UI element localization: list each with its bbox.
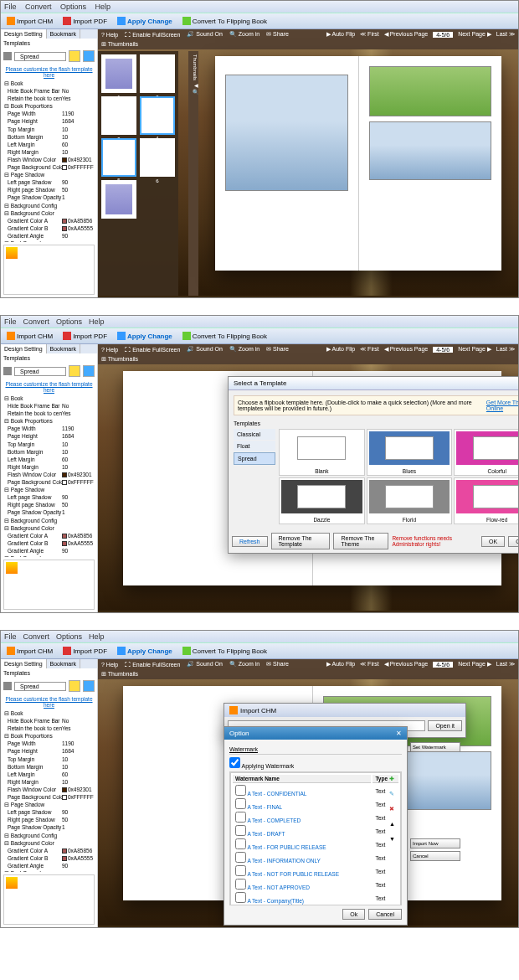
cat-float[interactable]: Float — [234, 441, 275, 451]
down-icon[interactable]: ▼ — [389, 836, 399, 846]
open-file-button[interactable]: Open it — [428, 720, 462, 731]
option-title: Option — [229, 730, 249, 737]
template-cell-dazzle[interactable]: Dazzle — [279, 477, 365, 524]
import-now-button[interactable]: Import Now — [410, 838, 460, 848]
import-pdf-button[interactable]: Import PDF — [60, 16, 110, 26]
watermark-dialog: Option✕ Watermark Applying Watermark Wat… — [224, 726, 408, 926]
last-button[interactable]: Last ≫ — [496, 31, 515, 38]
menu-help[interactable]: Help — [95, 3, 111, 11]
edit-icon[interactable]: ✎ — [389, 791, 399, 801]
thumbnails-panel — [98, 51, 178, 296]
template-categories: Classical Float Spread — [234, 429, 275, 524]
template-dialog: Select a Template Choose a flipbook temp… — [228, 376, 518, 554]
thumb-4[interactable] — [140, 96, 175, 135]
watermark-table[interactable]: Watermark NameType A Text - CONFIDENTIAL… — [230, 772, 401, 905]
screenshot-3: FileConvertOptionsHelp Import CHM Import… — [0, 630, 519, 928]
screenshot-2: FileConvertOptionsHelp Import CHM Import… — [0, 315, 519, 613]
templates-label: Templates — [1, 39, 97, 48]
open-template-button[interactable] — [69, 50, 80, 62]
delete-icon[interactable]: ✖ — [389, 806, 399, 816]
template-cell-blank[interactable]: Blank — [279, 429, 365, 476]
zoom-button[interactable]: 🔍 Zoom in — [229, 31, 260, 38]
template-icon — [3, 52, 12, 60]
properties-panel[interactable]: ⊟ BookHide Book Frame BarNoRetain the bo… — [1, 80, 97, 242]
menu-file[interactable]: File — [4, 3, 17, 11]
customize-link[interactable]: Please customize the flash template here — [1, 64, 97, 80]
template-selector[interactable]: Spread — [14, 52, 66, 61]
applying-watermark-checkbox[interactable] — [229, 757, 240, 768]
wm-ok-button[interactable]: Ok — [342, 909, 365, 920]
warn-text: Remove functions needs Administrator rig… — [392, 535, 475, 547]
close-icon[interactable]: ✕ — [396, 730, 402, 737]
page-number[interactable]: 4-5/6 — [433, 32, 453, 38]
menubar: File Convert Options Help — [1, 1, 518, 13]
cancel-chm-button[interactable]: Cancel — [410, 851, 460, 861]
dialog-title: Select a Template — [229, 377, 518, 390]
cancel-button[interactable]: Cancel — [508, 536, 518, 547]
get-themes-link[interactable]: Get More Themes Online — [486, 400, 518, 411]
toolbar: Import CHM Import PDF Apply Change Conve… — [1, 13, 518, 29]
thumb-6[interactable] — [140, 138, 175, 177]
prev-button[interactable]: ◀ Previous Page — [384, 31, 428, 38]
next-button[interactable]: Next Page ▶ — [458, 31, 491, 38]
preview-box — [3, 245, 95, 295]
help-button[interactable]: ? Help — [101, 32, 118, 38]
sound-button[interactable]: 🔊 Sound On — [187, 31, 222, 38]
template-cell-florid[interactable]: Florid — [367, 477, 453, 524]
chm-dialog-title: Import CHM — [224, 704, 465, 717]
screenshot-1: File Convert Options Help Import CHM Imp… — [0, 0, 519, 298]
template-hint: Choose a flipbook template here. (Double… — [238, 400, 486, 411]
cat-spread[interactable]: Spread — [234, 452, 275, 465]
viewer-toolbar: ? Help ⛶ Enable FullScreen 🔊 Sound On 🔍 … — [98, 29, 518, 39]
remove-template-button[interactable]: Remove The Template — [271, 533, 331, 549]
wm-cancel-button[interactable]: Cancel — [368, 909, 402, 920]
thumb-1[interactable] — [101, 54, 136, 93]
sidebar: Design Setting Bookmark Templates Spread… — [1, 29, 98, 297]
first-button[interactable]: ≪ First — [360, 31, 379, 38]
thumb-7[interactable] — [101, 180, 136, 219]
left-page — [215, 56, 358, 271]
share-button[interactable]: ✉ Share — [266, 31, 289, 38]
cat-classical[interactable]: Classical — [234, 429, 275, 440]
refresh-button[interactable]: Refresh — [232, 536, 268, 547]
save-template-button[interactable] — [83, 50, 95, 62]
preview-icon — [6, 247, 18, 259]
tab-bookmark[interactable]: Bookmark — [47, 29, 81, 39]
import-chm-button[interactable]: Import CHM — [4, 16, 55, 26]
set-watermark-button[interactable]: Set Watermark — [410, 742, 460, 752]
thumbnails-collapse[interactable]: Thumbnails ◀ 🔍 — [188, 51, 198, 296]
menu-options[interactable]: Options — [60, 3, 86, 11]
up-icon[interactable]: ▲ — [389, 821, 399, 831]
template-grid: BlankBluesColorfulDazzleFloridFlow-red — [279, 429, 518, 524]
remove-theme-button[interactable]: Remove The Theme — [333, 533, 388, 549]
right-page — [358, 56, 502, 271]
autoflip-button[interactable]: ▶ Auto Flip — [326, 31, 355, 38]
apply-change-button[interactable]: Apply Change — [115, 16, 175, 26]
template-cell-colorful[interactable]: Colorful — [454, 429, 518, 476]
menu-convert[interactable]: Convert — [25, 3, 52, 11]
watermark-tab[interactable]: Watermark — [229, 746, 258, 752]
thumb-2[interactable] — [140, 54, 175, 93]
add-icon[interactable]: ✚ — [389, 776, 399, 786]
book-spread[interactable] — [215, 56, 501, 271]
template-cell-blues[interactable]: Blues — [367, 429, 453, 476]
fullscreen-button[interactable]: ⛶ Enable FullScreen — [125, 32, 180, 38]
thumb-5[interactable] — [101, 138, 136, 177]
convert-button[interactable]: Convert To Flipping Book — [180, 16, 270, 26]
viewer: ? Help ⛶ Enable FullScreen 🔊 Sound On 🔍 … — [98, 29, 518, 297]
thumb-3[interactable] — [101, 96, 136, 135]
ok-button[interactable]: OK — [481, 536, 505, 547]
tab-design-setting[interactable]: Design Setting — [1, 29, 47, 39]
template-cell-flow-red[interactable]: Flow-red — [454, 477, 518, 524]
